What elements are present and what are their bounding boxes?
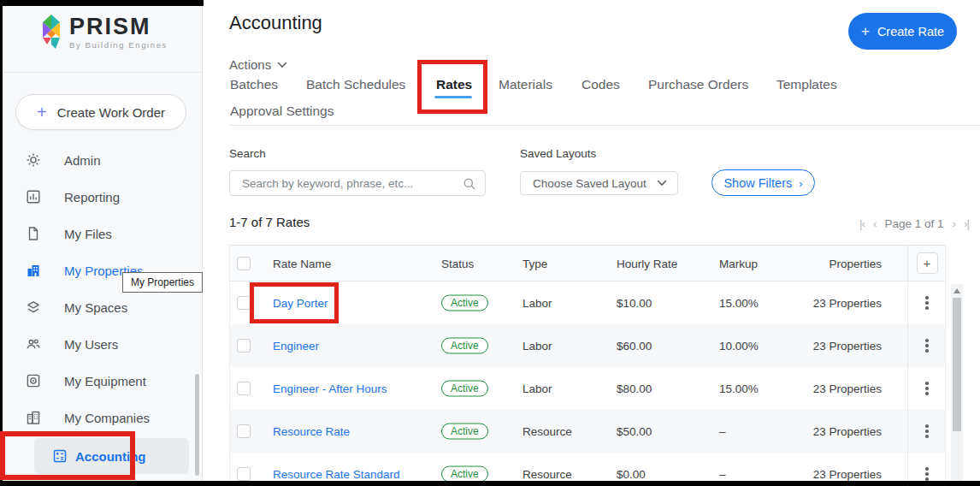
table-scrollbar-thumb[interactable] [953, 298, 961, 431]
row-actions-menu-icon[interactable] [922, 421, 932, 442]
rate-name-link[interactable]: Resource Rate [273, 425, 350, 438]
sidebar-item-label: Reporting [64, 190, 120, 204]
row-actions-menu-icon[interactable] [922, 293, 932, 313]
sidebar-item-label: My Equipment [64, 374, 146, 388]
screenshot-edge-strip [0, 0, 204, 6]
properties-count: 23 Properties [709, 382, 882, 395]
layers-icon [26, 299, 41, 315]
select-all-checkbox[interactable] [237, 257, 251, 270]
status-badge: Active [441, 466, 488, 482]
search-input[interactable] [230, 171, 485, 195]
prism-logo-icon [38, 14, 64, 50]
status-badge: Active [441, 295, 488, 311]
sidebar-item-admin[interactable]: Admin [3, 147, 203, 173]
table-row: Engineer Active Labor $60.00 10.00% 23 P… [230, 324, 945, 367]
chevron-right-icon: › [799, 177, 802, 190]
status-badge: Active [441, 338, 488, 354]
sidebar-item-label: My Users [64, 337, 118, 352]
row-checkbox[interactable] [237, 382, 251, 395]
create-work-order-button[interactable]: + Create Work Order [15, 94, 186, 130]
my-properties-tooltip: My Properties [122, 272, 203, 293]
company-building-icon [26, 410, 41, 425]
column-header-rate-name[interactable]: Rate Name [273, 257, 331, 270]
pagination: |‹ ‹ Page 1 of 1 › ›| [859, 217, 969, 230]
row-checkbox[interactable] [237, 339, 251, 353]
results-count: 1-7 of 7 Rates [229, 215, 310, 229]
sidebar-item-my-spaces[interactable]: My Spaces [3, 294, 203, 320]
rate-type: Labor [522, 382, 552, 395]
sidebar-item-my-files[interactable]: My Files [3, 221, 203, 246]
sidebar-divider [3, 72, 202, 73]
previous-page-button[interactable]: ‹ [873, 217, 877, 230]
last-page-button[interactable]: ›| [964, 217, 969, 230]
table-header-row: Rate Name Status Type Hourly Rate Markup… [230, 246, 945, 282]
row-checkbox[interactable] [237, 296, 251, 310]
sidebar-item-my-companies[interactable]: My Companies [3, 405, 203, 430]
tab-approval-settings[interactable]: Approval Settings [230, 104, 334, 119]
logo-title: PRISM [69, 14, 168, 39]
row-checkbox[interactable] [237, 424, 251, 438]
row-actions-menu-icon[interactable] [922, 464, 932, 481]
actions-dropdown[interactable]: Actions [229, 57, 287, 72]
equipment-icon [26, 373, 41, 388]
chevron-down-icon [277, 62, 287, 68]
file-icon [26, 226, 41, 241]
properties-count: 23 Properties [709, 468, 882, 481]
tab-batches[interactable]: Batches [230, 77, 278, 92]
hourly-rate: $60.00 [617, 340, 652, 353]
hourly-rate: $80.00 [617, 382, 652, 395]
rates-table: Rate Name Status Type Hourly Rate Markup… [229, 245, 946, 481]
sidebar-item-my-equipment[interactable]: My Equipment [3, 368, 203, 394]
hourly-rate: $10.00 [617, 297, 652, 310]
rate-type: Labor [522, 297, 552, 310]
show-filters-label: Show Filters [723, 176, 792, 190]
column-header-properties[interactable]: Properties [709, 257, 882, 270]
column-header-hourly-rate[interactable]: Hourly Rate [617, 257, 677, 270]
show-filters-button[interactable]: Show Filters › [711, 169, 815, 196]
create-rate-button[interactable]: + Create Rate [848, 13, 957, 50]
screenshot-edge-strip [0, 481, 980, 486]
tab-batch-schedules[interactable]: Batch Schedules [306, 77, 405, 92]
tab-purchase-orders[interactable]: Purchase Orders [648, 77, 748, 92]
column-header-status[interactable]: Status [441, 257, 474, 270]
next-page-button[interactable]: › [952, 217, 955, 230]
sidebar-item-label: My Companies [64, 411, 150, 425]
tab-templates[interactable]: Templates [776, 77, 837, 92]
chevron-down-icon [657, 180, 667, 187]
row-actions-menu-icon[interactable] [922, 335, 932, 356]
sidebar: PRISM By Building Engines + Create Work … [3, 6, 203, 481]
row-actions-menu-icon[interactable] [922, 378, 932, 399]
column-header-type[interactable]: Type [522, 257, 547, 270]
search-icon [463, 177, 476, 191]
actions-label: Actions [229, 57, 271, 72]
annotation-box-rates-tab [417, 60, 487, 114]
rate-name-link[interactable]: Engineer [273, 340, 319, 353]
create-work-order-label: Create Work Order [57, 105, 165, 120]
status-badge: Active [441, 381, 488, 397]
first-page-button[interactable]: |‹ [859, 217, 865, 230]
hourly-rate: $0.00 [617, 468, 646, 481]
sidebar-item-my-users[interactable]: My Users [3, 331, 203, 357]
tab-codes[interactable]: Codes [582, 77, 620, 92]
properties-count: 23 Properties [709, 297, 882, 310]
row-checkbox[interactable] [237, 467, 251, 481]
create-rate-label: Create Rate [877, 25, 944, 39]
rate-name-link[interactable]: Resource Rate Standard [273, 468, 400, 481]
rate-name-link[interactable]: Engineer - After Hours [273, 382, 387, 395]
table-row: Resource Rate Standard Active Resource $… [230, 453, 945, 481]
sidebar-item-label: Admin [64, 153, 101, 168]
properties-count: 23 Properties [709, 340, 882, 353]
add-column-button[interactable]: + [917, 252, 938, 274]
saved-layouts-select[interactable]: Choose Saved Layout [520, 171, 678, 195]
table-row: Resource Rate Active Resource $50.00 – 2… [230, 410, 945, 453]
tab-materials[interactable]: Materials [499, 77, 552, 92]
plus-icon: + [861, 24, 870, 39]
sidebar-scrollbar[interactable] [195, 374, 199, 476]
gear-icon [26, 152, 41, 168]
sidebar-item-reporting[interactable]: Reporting [3, 184, 203, 210]
page-title: Accounting [229, 12, 322, 34]
sidebar-item-label: My Spaces [64, 300, 127, 315]
search-label: Search [229, 147, 266, 160]
scroll-up-arrow-icon[interactable] [953, 288, 960, 293]
sidebar-item-label: My Files [64, 227, 112, 241]
